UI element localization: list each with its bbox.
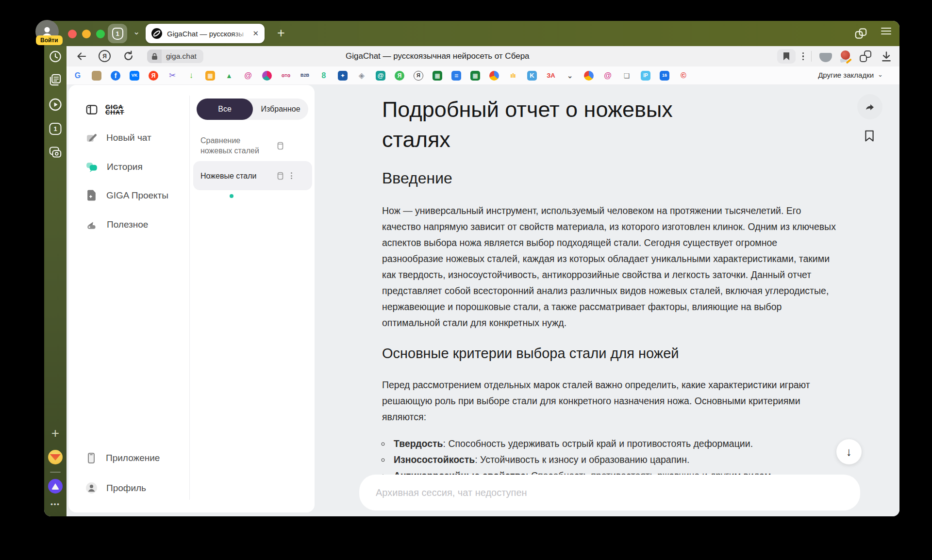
url-text: giga.chat [162, 52, 203, 61]
bookmark-b2b-ring-icon[interactable] [262, 71, 272, 81]
sidebar-item-app[interactable]: Приложение [85, 452, 160, 464]
chat-list-item-selected[interactable]: Ножевые стали [193, 161, 312, 190]
feed-pages-icon[interactable] [49, 73, 62, 86]
bookmark-audio-cutter-icon[interactable]: ✂ [167, 71, 177, 81]
tab-close-icon[interactable]: ✕ [252, 29, 259, 38]
bookmark-pie-multicolor-2-icon[interactable] [584, 71, 594, 81]
tab-all-chats[interactable]: Все [197, 99, 253, 120]
bookmark-ya-green-circle-icon[interactable]: Я [395, 71, 404, 81]
chevron-down-icon: ⌄ [878, 71, 883, 78]
bookmark-flag-button[interactable] [777, 49, 796, 64]
bookmark-mailru-at-icon[interactable]: @ [243, 71, 253, 81]
bookmark-vk-icon[interactable]: VK [130, 71, 139, 81]
share-arrow-icon [864, 101, 876, 113]
login-badge[interactable]: Войти [36, 35, 63, 45]
bookmark-docs-blue-icon[interactable]: ≡ [451, 71, 461, 81]
strip-more-icon[interactable]: ••• [50, 500, 60, 508]
extensions-icon[interactable] [860, 50, 871, 62]
bookmark-green-down-arrow-icon[interactable]: ↓ [186, 71, 196, 81]
bookmark-sheets-green-icon[interactable]: ▦ [433, 71, 442, 81]
tab-favorites[interactable]: Избранное [253, 105, 308, 114]
bookmark-orange-board-icon[interactable]: ▦ [205, 71, 215, 81]
bookmark-pink-pair-icon[interactable]: o=o [281, 71, 291, 81]
section-heading-criteria: Основные критерии выбора стали для ножей [382, 346, 838, 362]
sidebar-item-giga-projects[interactable]: GIGA Проекты [85, 189, 168, 201]
bookmark-gray-layers-icon[interactable]: ◈ [357, 71, 366, 81]
bookmarks-bar: GfVKЯ✂↓▦▲@o=oB2B8✦◈@ЯЯ▦≡▦ılıKЗА⌄@❏IP16© … [67, 66, 899, 85]
other-bookmarks-button[interactable]: Другие закладки ⌄ [818, 71, 883, 79]
chat-title: Ножевые стали [193, 171, 271, 181]
sidebar-item-new-chat[interactable]: Новый чат [85, 132, 151, 144]
sidebar-item-label: Новый чат [106, 132, 151, 143]
menu-hamburger-icon[interactable] [881, 26, 891, 36]
fullscreen-window-button[interactable] [96, 30, 105, 38]
scroll-to-bottom-button[interactable]: ↓ [836, 439, 862, 464]
tab-groups-icon[interactable] [854, 27, 867, 40]
toolbar-separator [811, 51, 812, 62]
share-button[interactable] [857, 94, 882, 119]
back-icon[interactable] [76, 50, 87, 62]
bookmark-blue-badge-icon[interactable]: ✦ [338, 71, 348, 81]
bookmark-pattern-tan-icon[interactable] [92, 71, 101, 81]
bookmark-pie-multicolor-icon[interactable] [489, 71, 499, 81]
yandex-mail-icon[interactable] [48, 450, 63, 464]
browser-side-strip: 1 + ••• [44, 46, 67, 516]
sidebar-item-profile[interactable]: Профиль [85, 482, 146, 494]
bookmark-google-icon[interactable]: G [73, 71, 83, 81]
ssl-lock-icon[interactable] [147, 49, 162, 63]
sidebar-item-history[interactable]: История [85, 161, 143, 173]
bookmark-sheets-green-2-icon[interactable]: ▦ [470, 71, 480, 81]
bookmark-plain-doc-icon[interactable]: ❏ [622, 71, 632, 81]
more-options-icon[interactable] [802, 52, 804, 61]
bookmark-za-red-icon[interactable]: ЗА [546, 71, 556, 81]
bookmark-page-icon[interactable] [864, 130, 875, 142]
bookmark-calendar-16-icon[interactable]: 16 [660, 71, 669, 81]
bookmark-mailru-at-2-icon[interactable]: @ [603, 71, 613, 81]
sidebar-toggle-icon[interactable] [85, 103, 98, 116]
yandex-page-icon[interactable]: Я [99, 50, 111, 62]
section-heading-intro: Введение [382, 169, 838, 187]
chat-input[interactable] [359, 475, 860, 511]
chat-list-item[interactable]: Сравнение ножевых сталей [193, 132, 312, 159]
refresh-icon[interactable] [122, 50, 134, 62]
bookmark-google-drive-icon[interactable]: ▲ [224, 71, 234, 81]
sidebar-item-label: Полезное [107, 219, 148, 230]
bookmark-yandex-icon[interactable]: Я [149, 71, 158, 81]
gigachat-page: GIGA CHAT Новый чат История [67, 85, 899, 516]
bookmark-k-blue-icon[interactable]: K [527, 71, 537, 81]
bookmark-b2b-text-icon[interactable]: B2B [300, 71, 310, 81]
bookmark-bar-chevron-icon[interactable]: ⌄ [565, 71, 575, 81]
bookmark-teal-at-icon[interactable]: @ [376, 71, 385, 81]
bookmark-analytics-bars-icon[interactable]: ılı [508, 71, 518, 81]
bookmark-facebook-icon[interactable]: f [111, 71, 120, 81]
bookmark-ip-blue-icon[interactable]: IP [641, 71, 650, 81]
tab-counter-button[interactable]: 1 [108, 24, 127, 43]
tabs-panel-icon[interactable]: 1 [50, 123, 62, 135]
archive-icon[interactable] [277, 142, 284, 150]
shapes-icon [85, 218, 98, 231]
history-clock-icon[interactable] [49, 50, 62, 63]
address-bar[interactable]: giga.chat [147, 49, 203, 63]
active-tab[interactable]: GigaChat — русскоязы ✕ [146, 24, 265, 43]
close-window-button[interactable] [68, 30, 77, 38]
video-play-icon[interactable] [49, 98, 63, 112]
pocket-extension-icon[interactable] [819, 53, 832, 62]
minimize-window-button[interactable] [82, 30, 91, 38]
add-panel-icon[interactable]: + [51, 426, 59, 441]
screenshot-camera-icon[interactable] [49, 145, 63, 159]
bookmark-copyright-red-icon[interactable]: © [679, 71, 688, 81]
bookmark-ya-outline-circle-icon[interactable]: Я [414, 71, 423, 81]
profile-icon [85, 482, 98, 494]
chat-title: Сравнение ножевых сталей [193, 135, 271, 156]
intro-paragraph: Нож — универсальный инструмент, использу… [382, 203, 838, 331]
chat-options-icon[interactable] [291, 172, 292, 179]
tab-list-chevron-icon[interactable]: ⌄ [133, 27, 140, 37]
wax-seal-extension-icon[interactable] [840, 50, 852, 62]
bookmark-green-eight-icon[interactable]: 8 [319, 71, 329, 81]
new-tab-button[interactable]: + [277, 26, 285, 40]
alice-assistant-icon[interactable] [48, 479, 63, 494]
archive-icon[interactable] [277, 172, 284, 180]
sidebar-item-label: История [107, 162, 143, 172]
downloads-icon[interactable] [880, 50, 893, 63]
sidebar-item-useful[interactable]: Полезное [85, 218, 148, 231]
